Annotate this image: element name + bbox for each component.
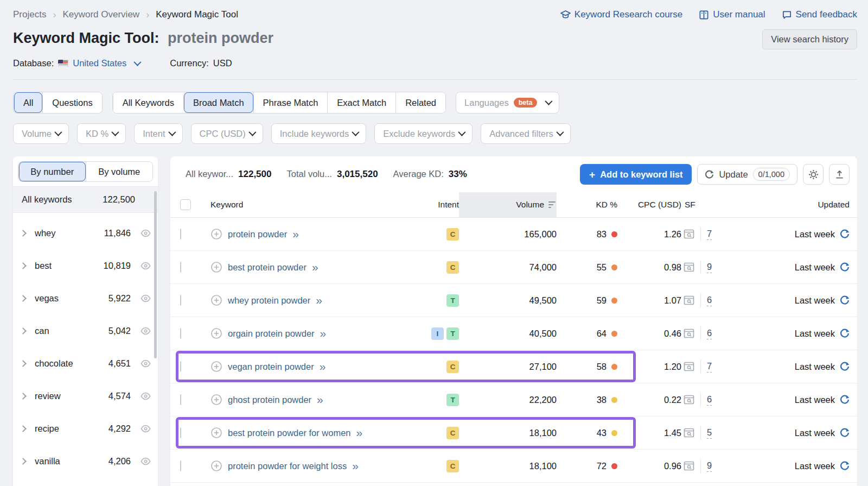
match-tab[interactable]: Phrase Match (253, 92, 328, 113)
refresh-icon[interactable] (840, 295, 850, 305)
chevron-right-icon[interactable] (20, 230, 27, 237)
sf-value[interactable]: 7 (707, 229, 712, 240)
row-checkbox[interactable] (180, 394, 181, 405)
sf-value[interactable]: 9 (707, 262, 712, 273)
expand-keyword-icon[interactable]: » (316, 294, 322, 306)
table-settings-button[interactable] (803, 164, 824, 185)
group-label[interactable]: vanilla (35, 456, 108, 466)
add-keyword-icon[interactable] (210, 261, 222, 273)
keyword-link[interactable]: best protein powder (228, 262, 307, 273)
add-keyword-icon[interactable] (210, 427, 222, 439)
table-row[interactable]: best protein powder for women » C 18,100… (170, 416, 857, 450)
group-label[interactable]: can (35, 326, 108, 336)
serp-preview-icon[interactable] (684, 295, 694, 305)
eye-icon[interactable] (140, 423, 151, 434)
group-label[interactable]: chocolate (35, 358, 108, 369)
eye-icon[interactable] (140, 325, 151, 337)
view-search-history-button[interactable]: View search history (762, 29, 857, 49)
match-tab[interactable]: Exact Match (327, 92, 395, 113)
expand-keyword-icon[interactable]: » (352, 460, 359, 471)
breadcrumb-item[interactable]: Keyword Magic Tool › (156, 9, 238, 20)
row-checkbox[interactable] (180, 460, 181, 471)
chevron-right-icon[interactable] (20, 327, 27, 334)
group-label[interactable]: vegas (35, 293, 108, 304)
keyword-group-item[interactable]: can 5,042 (13, 314, 158, 347)
send-feedback-link[interactable]: Send feedback (782, 9, 857, 20)
match-tab[interactable]: All (14, 92, 42, 113)
column-header-updated[interactable]: Updated (739, 192, 850, 217)
keyword-research-course-link[interactable]: Keyword Research course (560, 9, 682, 20)
select-all-checkbox[interactable] (180, 199, 191, 210)
add-keyword-icon[interactable] (210, 460, 222, 472)
refresh-icon[interactable] (840, 362, 850, 371)
keyword-link[interactable]: best protein powder for women (228, 428, 351, 438)
add-keyword-icon[interactable] (210, 361, 222, 373)
refresh-icon[interactable] (840, 395, 850, 405)
table-row[interactable]: ghost protein powder » T 22,200 38 0.22 … (170, 383, 857, 416)
breadcrumb-item[interactable]: Projects › (13, 9, 62, 21)
expand-keyword-icon[interactable]: » (292, 228, 299, 239)
sf-value[interactable]: 6 (707, 394, 712, 406)
keyword-group-item[interactable]: vanilla 4,206 (13, 445, 158, 477)
filter-dropdown[interactable]: Volume (13, 123, 69, 144)
filter-dropdown[interactable]: Advanced filters (481, 123, 570, 144)
serp-preview-icon[interactable] (684, 229, 694, 239)
all-keywords-label[interactable]: All keywords (22, 194, 103, 205)
column-header-kd[interactable]: KD % (557, 192, 617, 217)
column-header-intent[interactable]: Intent (394, 192, 459, 217)
filter-dropdown[interactable]: KD % (77, 123, 126, 144)
expand-keyword-icon[interactable]: » (356, 427, 363, 438)
match-tab[interactable]: Related (395, 92, 445, 113)
add-keyword-icon[interactable] (210, 394, 222, 406)
chevron-right-icon[interactable] (20, 360, 27, 367)
row-checkbox[interactable] (180, 361, 181, 372)
table-row[interactable]: protein powder » C 165,000 83 1.26 7 (170, 218, 857, 251)
table-row[interactable]: best protein powder » C 74,000 55 0.98 9 (170, 251, 857, 284)
refresh-icon[interactable] (840, 428, 850, 438)
sort-toggle-tab[interactable]: By volume (86, 162, 153, 181)
keyword-group-item[interactable]: review 4,574 (13, 380, 158, 412)
chevron-right-icon[interactable] (20, 262, 27, 269)
database-selector[interactable]: Database: United States (13, 58, 139, 68)
keyword-group-item[interactable]: whey 11,846 (13, 217, 158, 249)
add-keyword-icon[interactable] (210, 228, 222, 240)
serp-preview-icon[interactable] (684, 262, 694, 272)
header-link-label[interactable]: Keyword Research course (575, 9, 682, 20)
serp-preview-icon[interactable] (684, 428, 694, 438)
refresh-icon[interactable] (840, 329, 850, 338)
serp-preview-icon[interactable] (684, 395, 694, 405)
column-header-volume[interactable]: Volume (459, 192, 557, 217)
row-checkbox[interactable] (180, 295, 181, 306)
keyword-group-item[interactable]: chocolate 4,651 (13, 347, 158, 380)
chevron-right-icon[interactable] (20, 393, 27, 400)
group-label[interactable]: best (35, 261, 104, 271)
table-row[interactable]: vegan protein powder » C 27,100 58 1.20 … (170, 350, 857, 383)
expand-keyword-icon[interactable]: » (312, 261, 318, 273)
sf-value[interactable]: 5 (707, 427, 712, 439)
header-link-label[interactable]: Send feedback (796, 9, 857, 20)
keyword-group-item[interactable]: recipe 4,292 (13, 412, 158, 445)
chevron-right-icon[interactable] (20, 458, 27, 465)
expand-keyword-icon[interactable]: » (317, 394, 323, 405)
column-header-sf[interactable]: SF (681, 192, 739, 217)
user-manual-link[interactable]: User manual (699, 9, 765, 20)
column-header-keyword[interactable]: Keyword (210, 192, 394, 217)
sf-value[interactable]: 6 (707, 328, 712, 339)
column-header-cpc[interactable]: CPC (USD) (617, 192, 681, 217)
refresh-icon[interactable] (840, 262, 850, 272)
group-label[interactable]: whey (35, 228, 104, 238)
add-to-keyword-list-button[interactable]: + Add to keyword list (580, 164, 692, 185)
sf-value[interactable]: 9 (707, 460, 712, 472)
filter-dropdown[interactable]: Exclude keywords (374, 123, 473, 144)
refresh-icon[interactable] (840, 461, 850, 471)
add-keyword-icon[interactable] (210, 327, 222, 339)
match-tab[interactable]: Questions (42, 92, 101, 113)
keyword-link[interactable]: orgain protein powder (228, 329, 315, 339)
eye-icon[interactable] (140, 260, 151, 272)
chevron-right-icon[interactable] (20, 425, 27, 432)
chevron-down-icon[interactable] (134, 58, 142, 66)
eye-icon[interactable] (140, 358, 151, 369)
match-tab[interactable]: All Keywords (113, 92, 183, 113)
keyword-link[interactable]: protein powder (228, 229, 287, 239)
filter-dropdown[interactable]: Include keywords (271, 123, 366, 144)
